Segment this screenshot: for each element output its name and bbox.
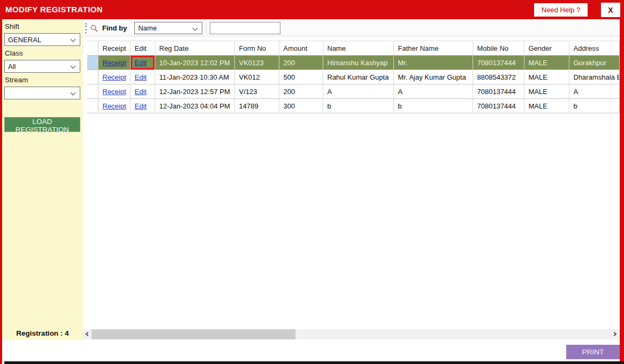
cell-address[interactable]: A xyxy=(569,84,620,99)
modify-registration-window: MODIFY REGISTRATION Need Help ? X Shift … xyxy=(0,0,624,364)
search-input[interactable] xyxy=(210,22,280,34)
find-by-select-value: Name xyxy=(138,24,157,32)
cell-receipt[interactable]: Receipt xyxy=(98,70,130,84)
window-border-bottom xyxy=(4,361,624,364)
shift-select[interactable]: GENERAL xyxy=(4,33,80,46)
cell-edit[interactable]: Edit xyxy=(130,99,155,113)
cell-gender[interactable]: MALE xyxy=(524,70,569,84)
row-selector[interactable] xyxy=(87,84,98,99)
cell-receipt[interactable]: Receipt xyxy=(98,56,130,70)
toolbar-grip-handle[interactable] xyxy=(85,23,87,34)
cell-mobile_no[interactable]: 8808543372 xyxy=(473,70,524,84)
class-select[interactable]: All xyxy=(4,60,80,73)
cell-gender[interactable]: MALE xyxy=(524,99,569,113)
row-selector[interactable] xyxy=(87,70,98,84)
cell-receipt[interactable]: Receipt xyxy=(98,99,130,113)
row-selector[interactable] xyxy=(87,99,98,113)
receipt-link[interactable]: Receipt xyxy=(103,88,126,96)
filter-sidebar: Shift GENERAL Class All Stream LOAD REGI… xyxy=(2,19,83,340)
scrollbar-thumb[interactable] xyxy=(92,329,295,339)
column-header-father_name[interactable]: Father Name xyxy=(393,41,473,56)
registrations-grid: ReceiptEditReg DateForm NoAmountNameFath… xyxy=(87,41,620,113)
table-row: ReceiptEdit12-Jan-2023 12:57 PMV/123200A… xyxy=(87,84,620,99)
receipt-link[interactable]: Receipt xyxy=(103,102,126,110)
cell-amount[interactable]: 300 xyxy=(279,99,323,113)
cell-mobile_no[interactable]: 7080137444 xyxy=(473,99,524,113)
receipt-link[interactable]: Receipt xyxy=(103,59,126,67)
window-border-right xyxy=(620,19,624,361)
cell-father_name[interactable]: Mr. xyxy=(393,56,473,70)
print-button[interactable]: PRINT xyxy=(566,345,620,359)
cell-gender[interactable]: MALE xyxy=(524,56,569,70)
row-selector[interactable] xyxy=(87,56,98,70)
shift-label: Shift xyxy=(5,22,83,31)
find-by-label: Find by xyxy=(102,24,127,32)
column-header-receipt[interactable]: Receipt xyxy=(98,41,130,56)
find-toolbar: Find by Name xyxy=(83,20,620,36)
search-icon xyxy=(90,24,98,33)
cell-name[interactable]: b xyxy=(323,99,393,113)
edit-link[interactable]: Edit xyxy=(135,73,147,81)
edit-link[interactable]: Edit xyxy=(135,88,147,96)
table-row: ReceiptEdit12-Jan-2023 04:04 PM14789300b… xyxy=(87,99,620,113)
cell-edit[interactable]: Edit xyxy=(130,70,155,84)
column-header-form_no[interactable]: Form No xyxy=(234,41,279,56)
cell-amount[interactable]: 200 xyxy=(279,84,323,99)
stream-label: Stream xyxy=(5,76,83,84)
window-titlebar: MODIFY REGISTRATION Need Help ? X xyxy=(0,0,624,19)
chevron-down-icon xyxy=(71,64,76,69)
column-header-edit[interactable]: Edit xyxy=(130,41,155,56)
scroll-left-icon[interactable] xyxy=(83,329,92,339)
cell-amount[interactable]: 500 xyxy=(279,70,323,84)
table-row: ReceiptEdit11-Jan-2023 10:30 AMVK012500R… xyxy=(87,70,620,84)
cell-father_name[interactable]: A xyxy=(393,84,473,99)
row-selector-header xyxy=(87,41,98,56)
cell-edit-annotated[interactable]: Edit xyxy=(130,56,155,70)
column-header-name[interactable]: Name xyxy=(323,41,393,56)
close-button[interactable]: X xyxy=(601,3,620,17)
cell-gender[interactable]: MALE xyxy=(524,84,569,99)
cell-reg_date[interactable]: 10-Jan-2023 12:02 PM xyxy=(155,56,234,70)
cell-address[interactable]: b xyxy=(569,99,620,113)
chevron-down-icon xyxy=(71,37,76,42)
column-header-amount[interactable]: Amount xyxy=(279,41,323,56)
cell-edit[interactable]: Edit xyxy=(130,84,155,99)
cell-reg_date[interactable]: 12-Jan-2023 12:57 PM xyxy=(155,84,234,99)
stream-select[interactable] xyxy=(4,87,80,99)
class-select-value: All xyxy=(8,63,16,71)
edit-link[interactable]: Edit xyxy=(135,59,147,67)
cell-father_name[interactable]: Mr. Ajay Kumar Gupta xyxy=(393,70,473,84)
toolbar-separator xyxy=(206,22,207,34)
cell-form_no[interactable]: V/123 xyxy=(234,84,279,99)
column-header-reg_date[interactable]: Reg Date xyxy=(155,41,234,56)
horizontal-scrollbar[interactable] xyxy=(83,329,620,339)
edit-link[interactable]: Edit xyxy=(135,102,147,110)
cell-name[interactable]: A xyxy=(323,84,393,99)
scroll-right-icon[interactable] xyxy=(611,329,620,339)
receipt-link[interactable]: Receipt xyxy=(103,73,126,81)
need-help-button[interactable]: Need Help ? xyxy=(534,3,588,17)
column-header-mobile_no[interactable]: Mobile No xyxy=(473,41,524,56)
cell-father_name[interactable]: b xyxy=(393,99,473,113)
cell-reg_date[interactable]: 12-Jan-2023 04:04 PM xyxy=(155,99,234,113)
cell-name[interactable]: Rahul Kumar Gupta xyxy=(323,70,393,84)
cell-reg_date[interactable]: 11-Jan-2023 10:30 AM xyxy=(155,70,234,84)
cell-mobile_no[interactable]: 7080137444 xyxy=(473,84,524,99)
cell-form_no[interactable]: VK0123 xyxy=(234,56,279,70)
window-title: MODIFY REGISTRATION xyxy=(5,5,103,14)
find-by-select[interactable]: Name xyxy=(134,22,202,34)
cell-mobile_no[interactable]: 7080137444 xyxy=(473,56,524,70)
registration-count: Registration : 4 xyxy=(2,329,83,337)
cell-form_no[interactable]: 14789 xyxy=(234,99,279,113)
cell-amount[interactable]: 200 xyxy=(279,56,323,70)
cell-name[interactable]: Himanshu Kashyap xyxy=(323,56,393,70)
shift-select-value: GENERAL xyxy=(8,36,41,44)
column-header-gender[interactable]: Gender xyxy=(524,41,569,56)
load-registration-button[interactable]: LOAD REGISTRATION xyxy=(4,117,80,132)
cell-form_no[interactable]: VK012 xyxy=(234,70,279,84)
table-row: ReceiptEdit10-Jan-2023 12:02 PMVK0123200… xyxy=(87,56,620,70)
cell-address[interactable]: Gorakhpur xyxy=(569,56,620,70)
cell-receipt[interactable]: Receipt xyxy=(98,84,130,99)
column-header-address[interactable]: Address xyxy=(569,41,620,56)
cell-address[interactable]: Dharamshala Baz xyxy=(569,70,620,84)
